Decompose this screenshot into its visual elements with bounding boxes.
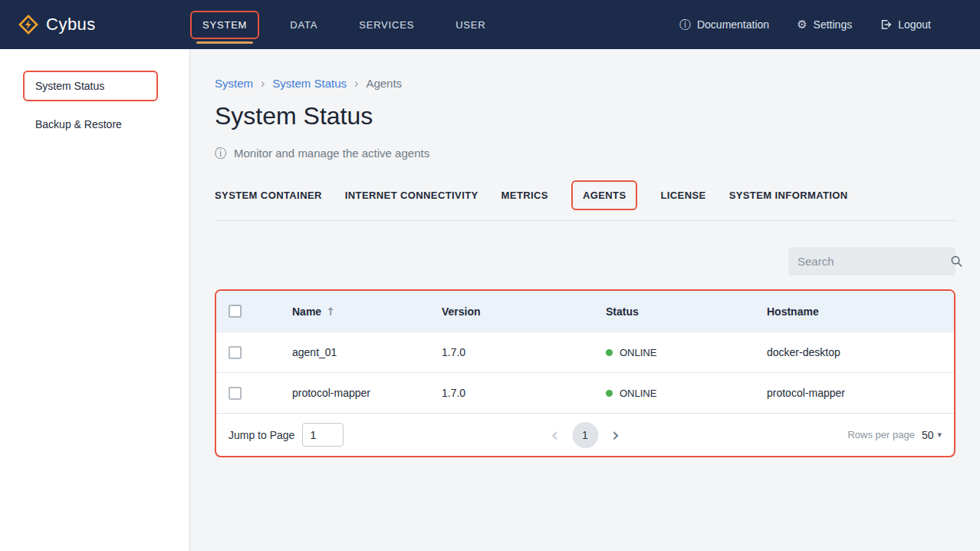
cell-version: 1.7.0 xyxy=(442,346,606,358)
info-icon: ⓘ xyxy=(679,19,691,31)
page-number-button[interactable]: 1 xyxy=(572,422,598,448)
nav-item-user[interactable]: USER xyxy=(445,12,496,38)
top-navbar: Cybus SYSTEM DATA SERVICES USER ⓘ Docume… xyxy=(0,0,980,49)
brand[interactable]: Cybus xyxy=(0,15,190,35)
breadcrumb-system-status[interactable]: System Status xyxy=(272,77,347,90)
table-row[interactable]: protocol-mapper 1.7.0 ONLINE protocol-ma… xyxy=(216,372,954,413)
sidebar-item-backup-restore[interactable]: Backup & Restore xyxy=(35,118,189,130)
cell-name: protocol-mapper xyxy=(292,387,442,399)
cell-hostname: docker-desktop xyxy=(767,346,942,358)
page-title: System Status xyxy=(215,102,955,130)
column-header-version[interactable]: Version xyxy=(442,305,606,318)
tab-system-container[interactable]: SYSTEM CONTAINER xyxy=(215,186,322,204)
chevron-right-separator: › xyxy=(354,78,358,90)
jump-to-page-label: Jump to Page xyxy=(229,429,294,441)
search-icon[interactable] xyxy=(950,255,963,268)
status-online-dot xyxy=(606,390,613,397)
cell-version: 1.7.0 xyxy=(442,387,606,399)
brand-name: Cybus xyxy=(46,15,96,35)
table-row[interactable]: agent_01 1.7.0 ONLINE docker-desktop xyxy=(216,332,954,372)
pagination-controls: ‹ 1 › xyxy=(548,422,622,448)
jump-to-page: Jump to Page xyxy=(229,423,344,447)
tab-divider xyxy=(215,220,955,221)
nav-item-data[interactable]: DATA xyxy=(279,12,328,38)
search-box xyxy=(788,247,955,276)
cybus-logo-icon xyxy=(18,15,38,35)
sidebar: System Status Backup & Restore xyxy=(0,49,190,551)
select-all-checkbox[interactable] xyxy=(229,305,242,318)
logout-label: Logout xyxy=(898,18,931,31)
tab-bar: SYSTEM CONTAINER INTERNET CONNECTIVITY M… xyxy=(215,180,955,210)
settings-link[interactable]: ⚙ Settings xyxy=(797,18,852,31)
status-online-dot xyxy=(606,349,613,356)
column-header-hostname[interactable]: Hostname xyxy=(767,305,942,318)
table-header-row: Name↑ Version Status Hostname xyxy=(216,291,954,332)
cell-hostname: protocol-mapper xyxy=(767,387,942,399)
tab-system-information[interactable]: SYSTEM INFORMATION xyxy=(729,186,848,204)
info-circle-icon: ⓘ xyxy=(215,147,227,160)
settings-label: Settings xyxy=(814,18,853,31)
search-input[interactable] xyxy=(797,255,950,268)
chevron-right-icon[interactable]: › xyxy=(609,426,623,444)
tab-agents[interactable]: AGENTS xyxy=(571,180,638,210)
app-window: Cybus SYSTEM DATA SERVICES USER ⓘ Docume… xyxy=(0,0,980,551)
row-checkbox[interactable] xyxy=(229,387,242,400)
cell-name: agent_01 xyxy=(292,346,442,358)
chevron-left-icon[interactable]: ‹ xyxy=(548,426,561,444)
tab-metrics[interactable]: METRICS xyxy=(502,186,548,204)
jump-to-page-input[interactable] xyxy=(302,423,344,447)
main-nav: SYSTEM DATA SERVICES USER xyxy=(190,11,679,39)
status-text: ONLINE xyxy=(620,388,656,399)
nav-item-services[interactable]: SERVICES xyxy=(348,12,425,38)
agents-table: Name↑ Version Status Hostname agent_01 1… xyxy=(215,289,955,457)
page-subtitle: ⓘ Monitor and manage the active agents xyxy=(215,147,955,160)
main-content: System › System Status › Agents System S… xyxy=(190,49,980,551)
page-subtitle-text: Monitor and manage the active agents xyxy=(234,147,429,160)
breadcrumb-system[interactable]: System xyxy=(215,77,253,90)
nav-item-system[interactable]: SYSTEM xyxy=(190,11,259,39)
breadcrumb-agents: Agents xyxy=(366,77,402,90)
caret-down-icon: ▾ xyxy=(937,430,942,440)
cell-status: ONLINE xyxy=(606,388,767,399)
search-row xyxy=(215,247,955,276)
rows-per-page-select[interactable]: 50 ▾ xyxy=(922,429,942,441)
row-checkbox[interactable] xyxy=(229,346,242,359)
rows-per-page-label: Rows per page xyxy=(847,429,914,440)
column-header-status[interactable]: Status xyxy=(606,305,767,318)
column-header-name[interactable]: Name↑ xyxy=(292,305,442,318)
rows-per-page: Rows per page 50 ▾ xyxy=(847,429,942,441)
logout-icon xyxy=(880,18,892,31)
gear-icon: ⚙ xyxy=(797,19,807,31)
tab-internet-connectivity[interactable]: INTERNET CONNECTIVITY xyxy=(345,186,478,204)
status-text: ONLINE xyxy=(620,347,656,358)
documentation-link[interactable]: ⓘ Documentation xyxy=(679,18,769,31)
sort-asc-icon[interactable]: ↑ xyxy=(326,305,335,318)
breadcrumb: System › System Status › Agents xyxy=(215,77,955,90)
documentation-label: Documentation xyxy=(697,18,769,31)
chevron-right-separator: › xyxy=(261,78,265,90)
sidebar-item-system-status[interactable]: System Status xyxy=(23,71,158,101)
navbar-utilities: ⓘ Documentation ⚙ Settings Logout xyxy=(679,18,931,31)
cell-status: ONLINE xyxy=(606,347,767,358)
rows-per-page-value: 50 xyxy=(922,429,934,441)
logout-link[interactable]: Logout xyxy=(880,18,931,31)
tab-license[interactable]: LICENSE xyxy=(660,186,705,204)
table-footer: Jump to Page ‹ 1 › Rows per page 50 ▾ xyxy=(216,413,954,456)
